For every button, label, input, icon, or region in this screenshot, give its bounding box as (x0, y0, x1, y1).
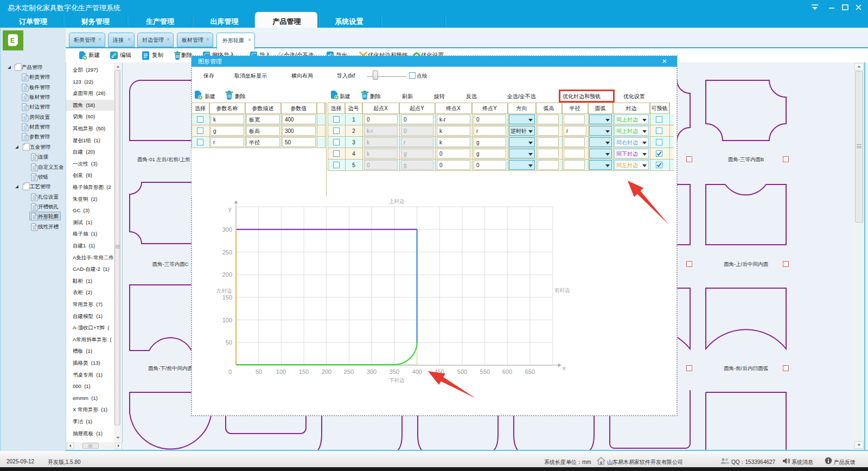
svg-text:E: E (10, 37, 15, 44)
